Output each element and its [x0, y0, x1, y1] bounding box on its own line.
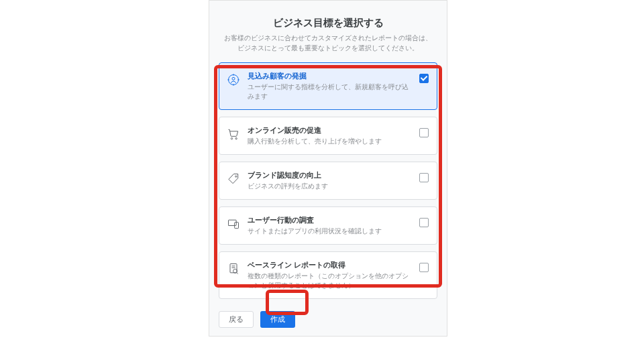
option-text: ブランド認知度の向上 ビジネスの評判を広めます [248, 170, 413, 191]
devices-icon [226, 217, 241, 231]
option-online-sales[interactable]: オンライン販売の促進 購入行動を分析して、売り上げを増やします [219, 117, 437, 155]
option-baseline[interactable]: ベースライン レポートの取得 複数の種類のレポート（このオプションを他のオプショ… [219, 251, 437, 299]
checkbox-lead-gen[interactable] [419, 74, 429, 83]
dialog-footer: 戻る 作成 [219, 311, 437, 328]
subtitle-line-2: ビジネスにとって最も重要なトピックを選択してください。 [237, 44, 419, 52]
back-button[interactable]: 戻る [219, 311, 254, 328]
option-text: 見込み顧客の発掘 ユーザーに関する指標を分析して、新規顧客を呼び込みます [248, 71, 413, 101]
option-label: ユーザー行動の調査 [248, 215, 413, 225]
svg-point-2 [231, 138, 232, 139]
option-label: オンライン販売の促進 [248, 125, 413, 135]
tag-icon [226, 172, 241, 186]
option-text: ベースライン レポートの取得 複数の種類のレポート（このオプションを他のオプショ… [248, 260, 413, 290]
subtitle-line-1: お客様のビジネスに合わせてカスタマイズされたレポートの場合は、 [224, 34, 432, 42]
option-lead-gen[interactable]: 見込み顧客の発掘 ユーザーに関する指標を分析して、新規顧客を呼び込みます [219, 62, 437, 110]
option-user-behavior[interactable]: ユーザー行動の調査 サイトまたはアプリの利用状況を確認します [219, 206, 437, 245]
page-title: ビジネス目標を選択する [219, 17, 437, 29]
target-user-icon [226, 72, 241, 87]
svg-point-3 [235, 138, 237, 139]
checkbox-baseline[interactable] [419, 263, 429, 272]
report-icon [226, 261, 241, 276]
cart-icon [226, 127, 241, 141]
options-list: 見込み顧客の発掘 ユーザーに関する指標を分析して、新規顧客を呼び込みます オンラ… [219, 62, 437, 303]
option-desc: ユーザーに関する指標を分析して、新規顧客を呼び込みます [248, 82, 413, 101]
option-desc: サイトまたはアプリの利用状況を確認します [248, 227, 413, 236]
option-text: ユーザー行動の調査 サイトまたはアプリの利用状況を確認します [248, 215, 413, 236]
option-text: オンライン販売の促進 購入行動を分析して、売り上げを増やします [248, 125, 413, 146]
create-button[interactable]: 作成 [260, 311, 295, 328]
svg-point-1 [232, 77, 235, 80]
option-label: ブランド認知度の向上 [248, 170, 413, 180]
checkbox-user-behavior[interactable] [419, 218, 429, 227]
goal-panel: ビジネス目標を選択する お客様のビジネスに合わせてカスタマイズされたレポートの場… [209, 0, 447, 337]
option-desc: 複数の種類のレポート（このオプションを他のオプションと併用することはできません） [248, 272, 413, 290]
option-label: ベースライン レポートの取得 [248, 260, 413, 270]
page-subtitle: お客様のビジネスに合わせてカスタマイズされたレポートの場合は、 ビジネスにとって… [219, 34, 437, 53]
option-brand-awareness[interactable]: ブランド認知度の向上 ビジネスの評判を広めます [219, 162, 437, 200]
option-label: 見込み顧客の発掘 [248, 71, 413, 81]
checkbox-online-sales[interactable] [419, 128, 429, 137]
option-desc: 購入行動を分析して、売り上げを増やします [248, 137, 413, 146]
svg-rect-5 [229, 220, 237, 225]
checkbox-brand-awareness[interactable] [419, 173, 429, 182]
option-desc: ビジネスの評判を広めます [248, 182, 413, 191]
svg-point-4 [235, 176, 237, 177]
